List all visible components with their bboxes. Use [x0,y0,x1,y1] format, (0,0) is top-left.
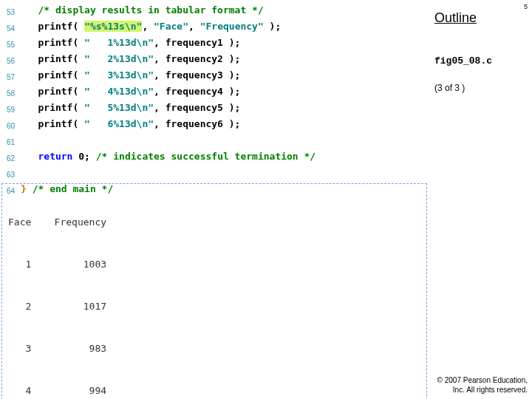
sidebar: 5 Outline fig05_08.c (3 of 3 ) [429,0,532,399]
program-output: Face Frequency 1 1003 2 1017 3 983 4 994… [1,183,427,399]
code-line-54: 54 printf( "%s%13s\n", "Face", "Frequenc… [0,19,429,35]
highlighted-format-string: "%s%13s\n" [84,21,142,32]
code-line-55: 55 printf( " 1%13d\n", frequency1 ); [0,35,429,52]
line-number: 55 [0,35,21,52]
line-number: 53 [0,3,21,19]
comment: /* display results in tabular format */ [38,4,263,16]
code-line-57: 57 printf( " 3%13d\n", frequency3 ); [0,68,429,84]
code-line-63: 63 [0,166,429,182]
copyright-notice: © 2007 Pearson Education, Inc. All right… [437,375,528,395]
outline-heading: Outline [434,10,526,26]
line-number: 56 [0,52,21,68]
line-number: 54 [0,19,21,35]
keyword-return: return [38,151,72,162]
code-line-61: 61 [0,133,429,149]
output-row: 3 983 [8,341,420,355]
slide-number: 5 [524,3,528,10]
code-listing: 53 /* display results in tabular format … [0,0,429,198]
copyright-line: © 2007 Pearson Education, [437,375,528,385]
line-number: 62 [0,149,21,166]
code-line-56: 56 printf( " 2%13d\n", frequency2 ); [0,52,429,68]
code-line-62: 62 return 0; /* indicates successful ter… [0,149,429,166]
line-number: 61 [0,133,21,149]
comment: /* indicates successful termination */ [96,151,316,162]
code-line-60: 60 printf( " 6%13d\n", frequency6 ); [0,117,429,133]
code-line-58: 58 printf( " 4%13d\n", frequency4 ); [0,84,429,100]
line-number: 58 [0,84,21,100]
code-line-59: 59 printf( " 5%13d\n", frequency5 ); [0,100,429,117]
line-number: 63 [0,166,21,182]
output-row: 1 1003 [8,257,420,271]
output-row: 2 1017 [8,299,420,313]
source-filename: fig05_08.c [434,55,526,66]
line-number: 57 [0,68,21,84]
output-row: 4 994 [8,383,420,398]
copyright-line: Inc. All rights reserved. [437,385,528,395]
page-indicator: (3 of 3 ) [434,83,526,93]
code-line-53: 53 /* display results in tabular format … [0,3,429,19]
output-header: Face Frequency [8,215,420,229]
line-number: 59 [0,100,21,117]
line-number: 60 [0,117,21,133]
